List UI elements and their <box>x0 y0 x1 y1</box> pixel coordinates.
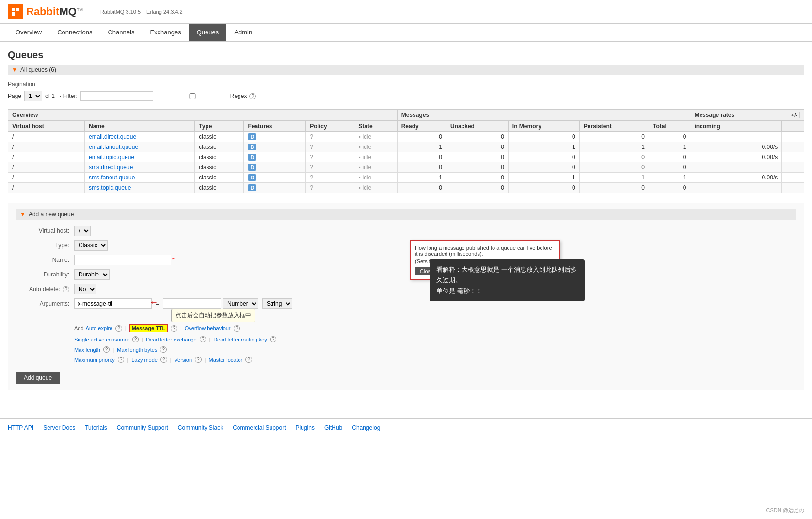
arg-val-input[interactable] <box>163 298 221 309</box>
cell-incoming: 0.00/s <box>690 173 782 183</box>
single-consumer-link[interactable]: Single active consumer <box>74 337 129 342</box>
max-length-bytes-help[interactable]: ? <box>160 346 167 353</box>
cell-features: D <box>244 152 306 162</box>
cell-features: D <box>244 142 306 152</box>
cell-total: 0 <box>649 132 690 142</box>
footer-http-api[interactable]: HTTP API <box>8 424 33 431</box>
nav-connections[interactable]: Connections <box>49 24 100 41</box>
arg-key-input[interactable] <box>74 298 152 309</box>
nav-admin[interactable]: Admin <box>226 24 260 41</box>
queue-name-link[interactable]: sms.direct.queue <box>89 164 133 171</box>
cell-ready: 0 <box>397 162 446 173</box>
version-link[interactable]: Version <box>174 357 192 363</box>
erlang-version: Erlang 24.3.4.2 <box>146 9 183 15</box>
max-length-link[interactable]: Max length <box>74 347 100 353</box>
queue-name-link[interactable]: sms.topic.queue <box>89 184 131 191</box>
queue-name-link[interactable]: email.fanout.queue <box>89 144 138 150</box>
footer-community-slack[interactable]: Community Slack <box>178 424 223 431</box>
filter-label: - Filter: <box>58 93 78 99</box>
lazy-mode-help[interactable]: ? <box>160 357 167 363</box>
queue-name-link[interactable]: email.topic.queue <box>89 154 134 161</box>
all-queues-header[interactable]: ▼ All queues (6) <box>8 65 804 75</box>
auto-delete-label: Auto delete: ? <box>16 286 74 292</box>
cell-type: classic <box>195 152 244 162</box>
nav-overview[interactable]: Overview <box>8 24 49 41</box>
durability-select[interactable]: Durable <box>74 269 110 280</box>
max-priority-help[interactable]: ? <box>118 357 125 363</box>
cell-type: classic <box>195 173 244 183</box>
footer-commercial-support[interactable]: Commercial Support <box>233 424 286 431</box>
cell-ready: 0 <box>397 183 446 193</box>
main-content: Queues ▼ All queues (6) Pagination Page … <box>0 42 812 408</box>
max-length-bytes-link[interactable]: Max length bytes <box>117 347 157 353</box>
auto-expire-link[interactable]: Auto expire <box>86 325 113 331</box>
footer-github[interactable]: GitHub <box>324 424 342 431</box>
queue-name-link[interactable]: sms.fanout.queue <box>89 174 135 181</box>
overflow-link[interactable]: Overflow behaviour <box>185 325 231 331</box>
nav-exchanges[interactable]: Exchanges <box>142 24 189 41</box>
table-row: / email.direct.queue classic D ? ▪idle 0… <box>8 132 804 142</box>
cell-unacked: 0 <box>446 142 508 152</box>
table-row: / sms.topic.queue classic D ? ▪idle 0 0 … <box>8 183 804 193</box>
footer-community-support[interactable]: Community Support <box>117 424 168 431</box>
col-extra <box>782 121 804 132</box>
overflow-help[interactable]: ? <box>234 325 240 332</box>
lazy-mode-link[interactable]: Lazy mode <box>131 357 158 363</box>
footer-tutorials[interactable]: Tutorials <box>85 424 107 431</box>
name-label: Name: <box>16 257 74 263</box>
svg-rect-1 <box>16 8 19 11</box>
type-select[interactable]: Classic <box>74 240 108 251</box>
filter-input[interactable] <box>80 91 153 101</box>
cell-vhost: / <box>8 183 85 193</box>
type-label: Type: <box>16 242 74 249</box>
arg-type1-select[interactable]: Number String <box>223 298 258 309</box>
max-priority-link[interactable]: Maximum priority <box>74 357 115 363</box>
footer-server-docs[interactable]: Server Docs <box>43 424 75 431</box>
plus-minus-btn[interactable]: +/- <box>789 112 800 118</box>
auto-delete-select[interactable]: No <box>74 284 96 294</box>
cell-in-memory: 0 <box>508 162 579 173</box>
auto-delete-help[interactable]: ? <box>63 286 69 292</box>
version-help[interactable]: ? <box>195 357 202 363</box>
footer-plugins[interactable]: Plugins <box>296 424 315 431</box>
cell-state: ▪idle <box>354 132 397 142</box>
auto-expire-help[interactable]: ? <box>115 325 122 332</box>
header: RabbitMQTM RabbitMQ 3.10.5 Erlang 24.3.4… <box>0 0 812 24</box>
master-locator-link[interactable]: Master locator <box>209 357 243 363</box>
dead-letter-routing-help[interactable]: ? <box>270 336 277 342</box>
all-queues-label: All queues (6) <box>20 66 56 73</box>
page-select[interactable]: 1 <box>24 91 42 101</box>
regex-help-icon[interactable]: ? <box>249 93 256 99</box>
nav-queues[interactable]: Queues <box>189 24 227 41</box>
dead-letter-exchange-help[interactable]: ? <box>200 336 207 342</box>
arg-input-row: = Number String String ← 点击后会自动把参数放入框中 <box>74 298 292 309</box>
cell-state: ▪idle <box>354 173 397 183</box>
add-queue-button[interactable]: Add queue <box>16 372 60 384</box>
message-ttl-link[interactable]: Message TTL <box>129 324 168 332</box>
cell-type: classic <box>195 142 244 152</box>
cell-incoming <box>690 132 782 142</box>
cell-vhost: / <box>8 173 85 183</box>
max-length-help[interactable]: ? <box>103 346 110 353</box>
cell-unacked: 0 <box>446 183 508 193</box>
add-queue-header[interactable]: ▼ Add a new queue <box>16 209 796 220</box>
arg-type2-select[interactable]: String <box>262 298 292 309</box>
regex-checkbox[interactable] <box>156 93 229 99</box>
dead-letter-routing-link[interactable]: Dead letter routing key <box>213 337 267 342</box>
section-overview: Overview <box>8 110 398 121</box>
cell-policy: ? <box>306 183 354 193</box>
master-locator-help[interactable]: ? <box>245 357 252 363</box>
message-ttl-help[interactable]: ? <box>171 325 177 332</box>
table-row: / email.fanout.queue classic D ? ▪idle 1… <box>8 142 804 152</box>
dead-letter-exchange-link[interactable]: Dead letter exchange <box>146 337 197 342</box>
footer-changelog[interactable]: Changelog <box>352 424 380 431</box>
cell-vhost: / <box>8 152 85 162</box>
col-state: State <box>354 121 397 132</box>
virtual-host-select[interactable]: / <box>74 226 91 236</box>
single-consumer-help[interactable]: ? <box>132 336 139 342</box>
queue-name-link[interactable]: email.direct.queue <box>89 133 136 140</box>
nav-channels[interactable]: Channels <box>100 24 142 41</box>
regex-label[interactable]: Regex ? <box>156 93 256 99</box>
name-input[interactable] <box>74 255 171 265</box>
cell-total: 0 <box>649 183 690 193</box>
